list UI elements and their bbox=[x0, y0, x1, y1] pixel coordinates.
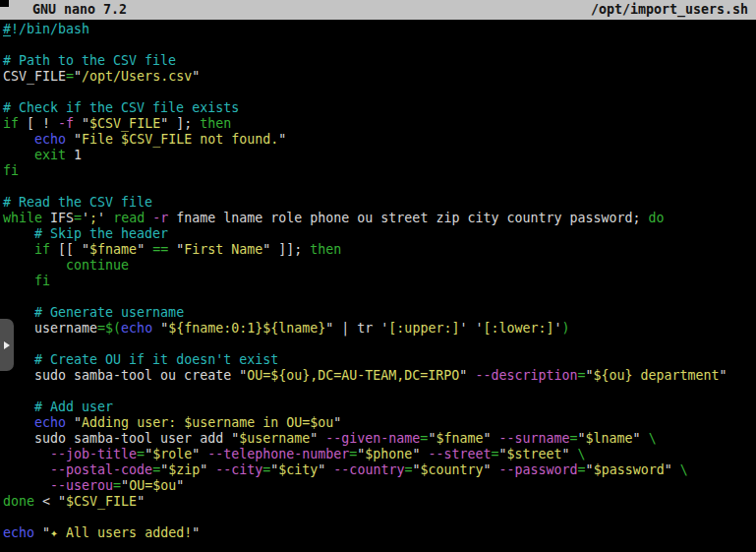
titlebar-corner bbox=[0, 0, 9, 7]
code-segment: $city bbox=[278, 462, 318, 477]
code-segment: ; bbox=[89, 211, 97, 225]
code-segment: # Create OU if it doesn't exist bbox=[34, 352, 278, 367]
code-segment: " bbox=[121, 478, 129, 493]
code-segment: ]; bbox=[168, 116, 200, 131]
code-segment: fname lname role phone ou street zip cit… bbox=[168, 211, 648, 225]
code-segment: " bbox=[58, 494, 66, 509]
code-segment: $phone bbox=[365, 447, 412, 461]
code-segment bbox=[641, 431, 649, 446]
code-line: exit 1 bbox=[3, 148, 756, 163]
code-segment: # Add user bbox=[34, 399, 113, 414]
code-line bbox=[3, 85, 756, 100]
code-segment: = bbox=[66, 69, 74, 84]
code-line bbox=[3, 179, 756, 195]
code-segment: " bbox=[633, 431, 641, 446]
code-segment: echo bbox=[3, 525, 34, 540]
code-segment: $username bbox=[239, 431, 310, 446]
code-line bbox=[3, 37, 756, 53]
code-segment: 1 bbox=[66, 148, 82, 162]
code-segment: = bbox=[74, 211, 82, 225]
nano-titlebar: GNU nano 7.2 /opt/import_users.sh bbox=[0, 0, 756, 20]
chevron-right-icon bbox=[4, 341, 10, 349]
code-segment bbox=[34, 525, 42, 540]
code-segment: " bbox=[160, 462, 168, 477]
code-segment: /opt/Users.csv bbox=[82, 69, 192, 84]
code-segment: --password bbox=[499, 462, 578, 477]
code-segment: -f bbox=[58, 116, 74, 131]
nano-terminal-window: GNU nano 7.2 /opt/import_users.sh #!/bin… bbox=[0, 0, 756, 552]
code-segment bbox=[66, 132, 74, 147]
editor-buffer[interactable]: #!/bin/bash# Path to the CSV fileCSV_FIL… bbox=[3, 22, 756, 541]
panel-reveal-handle[interactable] bbox=[0, 319, 14, 371]
code-segment: IFS bbox=[42, 211, 74, 225]
code-segment: " bbox=[82, 242, 89, 257]
code-segment: # Check if the CSV file exists bbox=[3, 100, 239, 115]
code-segment: $CSV_FILE bbox=[89, 116, 160, 131]
code-segment: " bbox=[192, 447, 200, 461]
code-segment bbox=[3, 226, 34, 241]
code-segment: " bbox=[484, 462, 492, 477]
code-segment: " bbox=[74, 415, 82, 430]
code-segment: [:lower:] bbox=[483, 321, 553, 336]
code-segment: First Name bbox=[184, 242, 262, 257]
code-segment: [[ bbox=[50, 242, 82, 257]
code-segment: ${fname:0:1}${lname} bbox=[168, 321, 325, 336]
code-line: while IFS=';' read -r fname lname role p… bbox=[3, 211, 756, 226]
code-line: # Add user bbox=[3, 399, 756, 415]
code-segment: --country bbox=[333, 462, 404, 477]
code-segment: -r bbox=[152, 211, 168, 225]
file-path: /opt/import_users.sh bbox=[591, 0, 748, 20]
code-line: --userou="OU=$ou" bbox=[3, 478, 756, 494]
code-segment: = bbox=[570, 431, 578, 446]
code-segment: " bbox=[562, 447, 570, 461]
app-version-title: GNU nano 7.2 bbox=[32, 0, 127, 20]
code-segment: =$( bbox=[97, 321, 121, 336]
code-segment: echo bbox=[34, 132, 66, 147]
code-segment: " bbox=[333, 415, 341, 430]
code-segment: $fname bbox=[89, 242, 137, 257]
code-segment: ${ou} department bbox=[593, 368, 719, 383]
code-segment: # Read the CSV file bbox=[3, 195, 152, 210]
code-segment: " bbox=[278, 132, 286, 147]
code-segment: fi bbox=[34, 274, 50, 288]
code-segment: if bbox=[34, 242, 50, 257]
code-segment bbox=[168, 242, 176, 257]
code-line: # Skip the header bbox=[3, 226, 756, 242]
code-line: if [ ! -f "$CSV_FILE" ]; then bbox=[3, 116, 756, 132]
code-segment: ) bbox=[562, 321, 570, 336]
code-line: echo "File $CSV_FILE not found." bbox=[3, 132, 756, 148]
code-segment: " bbox=[74, 132, 82, 147]
code-line bbox=[3, 289, 756, 305]
code-segment: $fname bbox=[436, 431, 483, 446]
code-segment: " bbox=[176, 478, 184, 493]
code-segment: Adding user: $username in OU=$ou bbox=[82, 415, 333, 430]
code-segment: " bbox=[42, 525, 50, 540]
code-segment: = bbox=[113, 478, 121, 493]
code-segment: " bbox=[200, 462, 207, 477]
code-segment: " bbox=[192, 69, 200, 84]
code-segment: " bbox=[160, 321, 168, 336]
code-segment bbox=[3, 148, 34, 162]
code-segment bbox=[492, 462, 499, 477]
code-segment: == bbox=[152, 242, 168, 257]
code-segment: then bbox=[200, 116, 231, 131]
code-segment: $zip bbox=[168, 462, 200, 477]
code-segment: = bbox=[137, 447, 145, 461]
code-line: #!/bin/bash bbox=[3, 22, 756, 37]
code-line: sudo samba-tool user add "$username" --g… bbox=[3, 431, 756, 447]
code-segment: \ bbox=[578, 447, 586, 461]
code-line bbox=[3, 510, 756, 525]
code-line bbox=[3, 384, 756, 399]
code-line: echo "✦ All users added!" bbox=[3, 525, 756, 541]
code-line: continue bbox=[3, 258, 756, 274]
code-segment: " bbox=[82, 116, 89, 131]
code-line bbox=[3, 337, 756, 352]
code-line: # Read the CSV file bbox=[3, 195, 756, 211]
code-segment: = bbox=[152, 462, 160, 477]
code-segment bbox=[3, 305, 34, 320]
code-segment bbox=[152, 321, 160, 336]
code-segment: while bbox=[3, 211, 42, 225]
code-line: fi bbox=[3, 274, 756, 289]
code-segment bbox=[3, 258, 66, 273]
code-segment bbox=[3, 462, 50, 477]
